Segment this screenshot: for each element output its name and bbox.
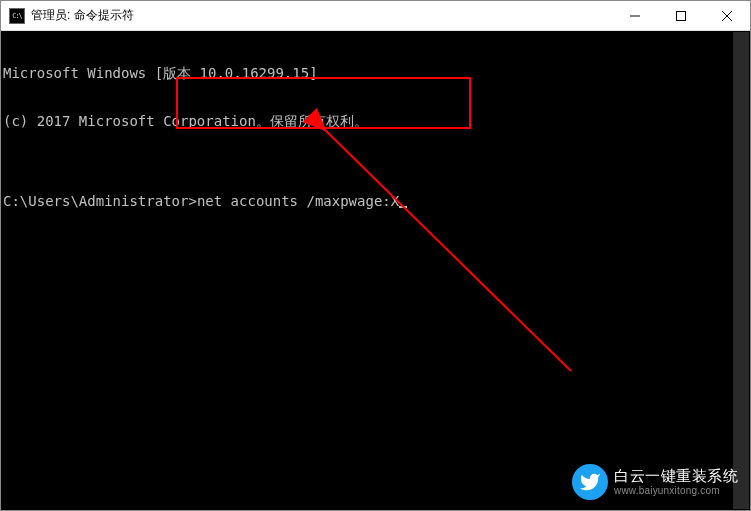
window-title: 管理员: 命令提示符 — [31, 7, 612, 24]
minimize-button[interactable] — [612, 1, 658, 30]
prompt: C:\Users\Administrator> — [3, 193, 197, 209]
close-button[interactable] — [704, 1, 750, 30]
terminal-line: Microsoft Windows [版本 10.0.16299.15] — [3, 65, 750, 81]
terminal-prompt-line: C:\Users\Administrator>net accounts /max… — [3, 193, 750, 209]
vertical-scrollbar[interactable] — [733, 32, 749, 509]
maximize-button[interactable] — [658, 1, 704, 30]
app-window: C:\ 管理员: 命令提示符 Microsoft Windows [版本 10.… — [0, 0, 751, 511]
terminal-line: (c) 2017 Microsoft Corporation。保留所有权利。 — [3, 113, 750, 129]
titlebar[interactable]: C:\ 管理员: 命令提示符 — [1, 1, 750, 31]
text-cursor — [399, 206, 407, 208]
cmd-icon: C:\ — [9, 8, 25, 24]
command-text: net accounts /maxpwage:X — [197, 193, 399, 209]
svg-rect-1 — [677, 11, 686, 20]
close-icon — [722, 11, 732, 21]
minimize-icon — [630, 11, 640, 21]
maximize-icon — [676, 11, 686, 21]
terminal-area[interactable]: Microsoft Windows [版本 10.0.16299.15] (c)… — [1, 31, 750, 510]
window-controls — [612, 1, 750, 30]
